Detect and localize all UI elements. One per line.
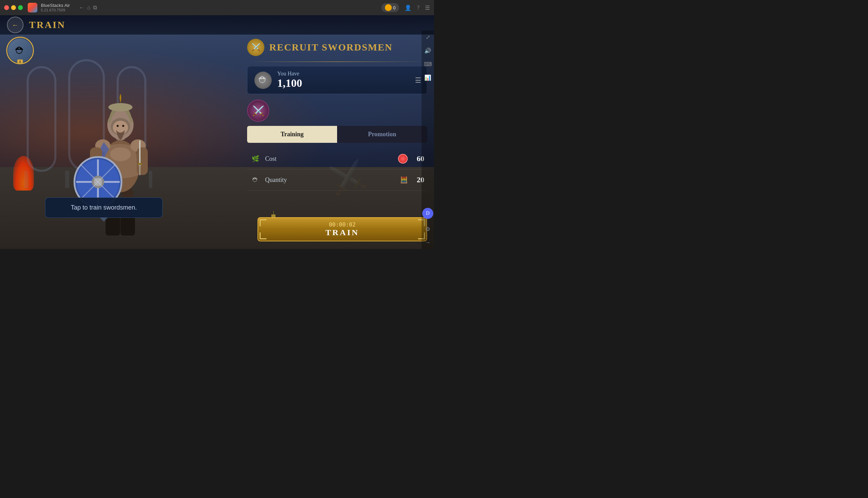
expand-icon[interactable]: ⤢	[426, 34, 430, 40]
svg-point-12	[110, 147, 131, 161]
nav-controls: ← ⌂ ⧉	[79, 4, 97, 11]
coin-display: 0	[381, 3, 399, 12]
window-nav-button[interactable]: ⧉	[93, 4, 97, 11]
browser-chrome: BlueStacks Air 5.21.670.7509 ← ⌂ ⧉ 0 👤 ?…	[0, 0, 434, 15]
svg-rect-34	[139, 140, 141, 166]
tooltip-text: Tap to train swordsmen.	[71, 204, 137, 211]
quantity-label: Quantity	[265, 176, 396, 184]
keyboard-icon[interactable]: ⌨	[424, 61, 432, 67]
quantity-value-area: 🧮 20	[400, 175, 424, 184]
coin-count: 0	[393, 5, 396, 10]
settings-icon[interactable]: ⚙	[425, 226, 430, 232]
svg-rect-35	[138, 163, 142, 165]
svg-rect-36	[139, 165, 141, 175]
train-title: TRAIN	[29, 19, 65, 30]
traffic-lights	[4, 5, 23, 10]
app-version: 5.21.670.7509	[41, 8, 70, 12]
recruit-title: RECRUIT SWORDSMEN	[269, 42, 392, 53]
you-have-count: 1,100	[277, 77, 302, 90]
chrome-right: 0 👤 ? ☰	[381, 3, 430, 12]
svg-point-19	[108, 103, 133, 111]
user-icon[interactable]: 👤	[405, 4, 412, 11]
calc-icon: 🧮	[400, 176, 408, 184]
help-icon[interactable]: ?	[417, 4, 419, 11]
home-nav-button[interactable]: ⌂	[87, 4, 91, 11]
tab-training[interactable]: Training	[247, 126, 337, 143]
app-name: BlueStacks Air	[41, 3, 70, 8]
cost-stat-row: 🌿 Cost 60	[247, 148, 427, 169]
game-header: ← TRAIN	[0, 15, 434, 35]
cost-icon: 🌿	[250, 153, 261, 164]
avatar-image: ⛑	[8, 38, 32, 63]
svg-rect-16	[137, 147, 148, 175]
quantity-icon: ⛑	[250, 174, 261, 185]
close-button[interactable]	[4, 5, 9, 10]
arrow-icon[interactable]: →	[425, 239, 431, 246]
train-timer: 00:00:02	[329, 221, 355, 228]
gem-icon	[398, 154, 408, 164]
helmet-icon: ⛑	[254, 72, 272, 89]
list-icon[interactable]: ☰	[415, 76, 421, 84]
tooltip-box[interactable]: Tap to train swordsmen.	[45, 197, 163, 218]
corner-tl	[260, 219, 266, 226]
coin-icon	[385, 4, 392, 11]
svg-point-22	[117, 125, 119, 127]
chart-icon[interactable]: 📊	[424, 74, 431, 81]
swordsman-emblem[interactable]: ⚔️	[247, 100, 269, 122]
cost-value-area: 60	[398, 154, 424, 164]
game-area: ← TRAIN ⛑ I	[0, 15, 434, 249]
back-nav-button[interactable]: ←	[79, 4, 84, 11]
swordsman-icon-row: ⚔️	[247, 100, 427, 122]
maximize-button[interactable]	[18, 5, 23, 10]
you-have-info: You Have 1,100	[277, 71, 302, 90]
discord-icon[interactable]: D	[422, 208, 433, 219]
tabs-row: Training Promotion	[247, 126, 427, 143]
svg-point-21	[113, 121, 128, 135]
header-divider	[247, 62, 427, 62]
train-button[interactable]: 00:00:02 TRAIN	[257, 217, 427, 241]
cost-label: Cost	[265, 155, 394, 163]
you-have-panel: ⛑ You Have 1,100 ☰	[247, 66, 427, 94]
corner-bl	[260, 232, 266, 239]
tab-promotion[interactable]: Promotion	[337, 126, 427, 143]
svg-point-23	[122, 125, 124, 127]
sword-emblem-icon: ⚔️	[247, 39, 264, 56]
quantity-stat-row: ⛑ Quantity 🧮 20	[247, 169, 427, 191]
menu-icon[interactable]: ☰	[425, 4, 430, 11]
right-edge-panel: ⤢ 🔊 ⌨ 📊 D ⚙ →	[422, 30, 434, 249]
train-button-wrapper: 00:00:02 TRAIN	[257, 221, 427, 245]
volume-icon[interactable]: 🔊	[424, 47, 431, 54]
app-icon	[28, 3, 37, 12]
svg-rect-10	[120, 216, 135, 236]
back-button[interactable]: ←	[7, 17, 24, 33]
connector-line	[273, 211, 274, 218]
train-label: TRAIN	[325, 228, 359, 237]
avatar-level: I	[17, 59, 23, 64]
recruit-header: ⚔️ RECRUIT SWORDSMEN	[247, 36, 427, 59]
minimize-button[interactable]	[11, 5, 16, 10]
tooltip-arrow	[100, 218, 108, 222]
you-have-label: You Have	[277, 71, 302, 77]
character-avatar[interactable]: ⛑ I	[6, 37, 34, 64]
